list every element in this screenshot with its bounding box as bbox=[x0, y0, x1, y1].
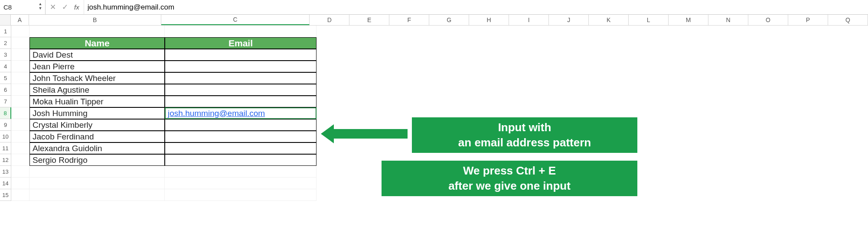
col-header-j[interactable]: J bbox=[549, 15, 589, 25]
row-header[interactable]: 11 bbox=[0, 142, 11, 154]
row-header[interactable]: 5 bbox=[0, 72, 11, 84]
name-cell[interactable]: Crystal Kimberly bbox=[29, 119, 165, 131]
name-box-stepper[interactable]: ▲ ▼ bbox=[37, 2, 43, 10]
row-header[interactable]: 6 bbox=[0, 84, 11, 96]
row-header[interactable]: 7 bbox=[0, 96, 11, 107]
cell[interactable] bbox=[11, 107, 29, 119]
cell[interactable] bbox=[29, 26, 165, 37]
grid-body: 1 2 Name Email 3 David Dest 4 Jean Pierr… bbox=[0, 26, 868, 201]
chevron-down-icon[interactable]: ▼ bbox=[37, 6, 43, 10]
fx-icon[interactable]: fx bbox=[74, 3, 79, 11]
cell[interactable] bbox=[29, 189, 165, 201]
email-cell[interactable] bbox=[165, 49, 317, 61]
col-header-o[interactable]: O bbox=[748, 15, 788, 25]
name-box[interactable]: C8 ▲ ▼ bbox=[0, 0, 46, 14]
cell[interactable] bbox=[11, 49, 29, 61]
cell[interactable] bbox=[11, 84, 29, 96]
name-cell[interactable]: Jean Pierre bbox=[29, 61, 165, 72]
cell[interactable] bbox=[11, 131, 29, 142]
row-header[interactable]: 8 bbox=[0, 107, 11, 119]
col-header-l[interactable]: L bbox=[629, 15, 669, 25]
table-header-name[interactable]: Name bbox=[29, 37, 165, 49]
formula-controls: ✕ ✓ fx bbox=[46, 0, 84, 14]
table-row: 3 David Dest bbox=[0, 49, 868, 61]
col-header-a[interactable]: A bbox=[11, 15, 29, 25]
cell[interactable] bbox=[11, 178, 29, 189]
col-header-f[interactable]: F bbox=[389, 15, 429, 25]
col-header-k[interactable]: K bbox=[589, 15, 629, 25]
cell[interactable] bbox=[165, 189, 317, 201]
email-cell[interactable] bbox=[165, 96, 317, 107]
name-cell[interactable]: Sergio Rodrigo bbox=[29, 154, 165, 166]
row-header[interactable]: 13 bbox=[0, 166, 11, 178]
select-all-corner[interactable] bbox=[0, 15, 11, 25]
name-cell[interactable]: Josh Humming bbox=[29, 107, 165, 119]
chevron-up-icon[interactable]: ▲ bbox=[37, 2, 43, 6]
row-header[interactable]: 15 bbox=[0, 189, 11, 201]
name-cell[interactable]: Jacob Ferdinand bbox=[29, 131, 165, 142]
email-link[interactable]: josh.humming@email.com bbox=[168, 109, 265, 118]
cell[interactable] bbox=[11, 37, 29, 49]
row-header[interactable]: 2 bbox=[0, 37, 11, 49]
cell[interactable] bbox=[11, 166, 29, 178]
accept-formula-icon[interactable]: ✓ bbox=[62, 3, 68, 12]
email-cell[interactable] bbox=[165, 154, 317, 166]
name-cell[interactable]: Alexandra Guidolin bbox=[29, 142, 165, 154]
cell[interactable] bbox=[11, 119, 29, 131]
col-header-d[interactable]: D bbox=[310, 15, 349, 25]
row-header[interactable]: 12 bbox=[0, 154, 11, 166]
row-header[interactable]: 9 bbox=[0, 119, 11, 131]
cell[interactable] bbox=[165, 178, 317, 189]
table-row: 5 John Toshack Wheeler bbox=[0, 72, 868, 84]
email-cell[interactable] bbox=[165, 142, 317, 154]
column-headers: A B C D E F G H I J K L M N O P Q bbox=[0, 15, 868, 26]
col-header-i[interactable]: I bbox=[509, 15, 549, 25]
cell[interactable] bbox=[11, 142, 29, 154]
annotation-arrow bbox=[321, 124, 408, 143]
cell[interactable] bbox=[11, 154, 29, 166]
table-header-email[interactable]: Email bbox=[165, 37, 317, 49]
cell[interactable] bbox=[29, 178, 165, 189]
row-header[interactable]: 3 bbox=[0, 49, 11, 61]
name-cell[interactable]: David Dest bbox=[29, 49, 165, 61]
col-header-c[interactable]: C bbox=[161, 15, 310, 25]
callout-line: Input with bbox=[458, 120, 591, 135]
col-header-g[interactable]: G bbox=[429, 15, 469, 25]
email-cell[interactable] bbox=[165, 61, 317, 72]
cell[interactable] bbox=[11, 72, 29, 84]
row-header[interactable]: 4 bbox=[0, 61, 11, 72]
name-cell[interactable]: Moka Hualin Tipper bbox=[29, 96, 165, 107]
email-cell[interactable] bbox=[165, 119, 317, 131]
name-cell[interactable]: Sheila Agustine bbox=[29, 84, 165, 96]
cell[interactable] bbox=[11, 189, 29, 201]
table-row: 7 Moka Hualin Tipper bbox=[0, 96, 868, 107]
formula-input[interactable] bbox=[84, 0, 868, 14]
cell[interactable] bbox=[11, 96, 29, 107]
col-header-h[interactable]: H bbox=[469, 15, 509, 25]
cell[interactable] bbox=[165, 166, 317, 178]
cell[interactable] bbox=[165, 26, 317, 37]
name-box-value: C8 bbox=[3, 3, 12, 11]
row-header[interactable]: 1 bbox=[0, 26, 11, 37]
col-header-e[interactable]: E bbox=[349, 15, 389, 25]
name-cell[interactable]: John Toshack Wheeler bbox=[29, 72, 165, 84]
email-cell[interactable] bbox=[165, 84, 317, 96]
cell[interactable] bbox=[29, 166, 165, 178]
cell[interactable] bbox=[11, 26, 29, 37]
callout-line: after we give one input bbox=[448, 178, 571, 194]
col-header-q[interactable]: Q bbox=[828, 15, 868, 25]
col-header-m[interactable]: M bbox=[669, 15, 708, 25]
col-header-b[interactable]: B bbox=[29, 15, 161, 25]
email-cell-active[interactable]: josh.humming@email.com bbox=[165, 107, 317, 119]
col-header-n[interactable]: N bbox=[708, 15, 748, 25]
row-header[interactable]: 14 bbox=[0, 178, 11, 189]
row-header[interactable]: 10 bbox=[0, 131, 11, 142]
cell[interactable] bbox=[11, 61, 29, 72]
email-cell[interactable] bbox=[165, 131, 317, 142]
email-cell[interactable] bbox=[165, 72, 317, 84]
callout-ctrl-e: We press Ctrl + E after we give one inpu… bbox=[382, 161, 637, 196]
callout-input-pattern: Input with an email address pattern bbox=[412, 117, 637, 153]
col-header-p[interactable]: P bbox=[788, 15, 828, 25]
formula-bar: C8 ▲ ▼ ✕ ✓ fx bbox=[0, 0, 868, 15]
cancel-formula-icon[interactable]: ✕ bbox=[50, 3, 56, 12]
